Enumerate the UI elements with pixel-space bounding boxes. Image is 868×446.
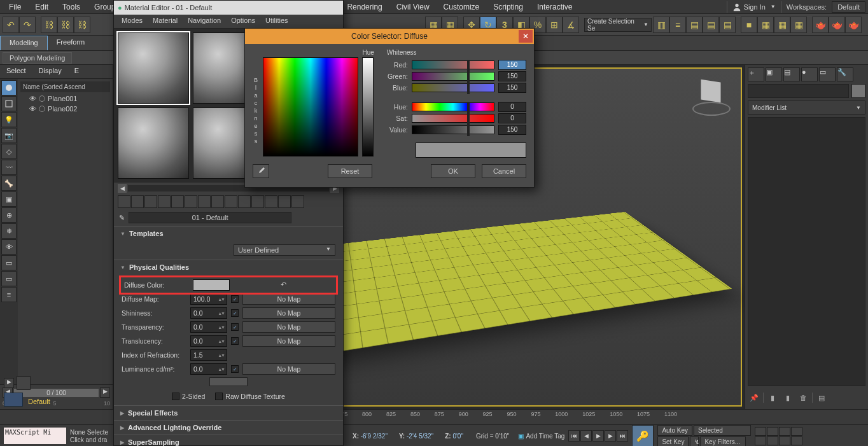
me-tb-14[interactable] xyxy=(291,195,304,208)
me-tb-11[interactable] xyxy=(251,195,264,208)
whiteness-slider[interactable] xyxy=(362,57,374,157)
me-tb-2[interactable] xyxy=(131,195,144,208)
me-menu-utilities[interactable]: Utilities xyxy=(260,15,293,28)
translucency-map-button[interactable]: No Map xyxy=(242,335,335,347)
mat-editor-button[interactable]: ■ xyxy=(741,17,757,33)
transparency-map-button[interactable]: No Map xyxy=(242,321,335,333)
red-slider[interactable] xyxy=(412,60,494,69)
material-slot-4[interactable] xyxy=(118,108,189,179)
filter-helper-icon[interactable]: ◇ xyxy=(1,144,17,159)
material-editor-titlebar[interactable]: ● Material Editor - 01 - Default xyxy=(114,1,343,15)
close-button[interactable]: ✕ xyxy=(519,30,533,43)
nav-5[interactable] xyxy=(755,436,766,445)
menu-edit[interactable]: Edit xyxy=(29,1,55,13)
diffuse-map-button[interactable]: No Map xyxy=(242,293,335,305)
filter-group-icon[interactable]: ▣ xyxy=(1,192,17,207)
ior-spinner[interactable]: 1.5▲▼ xyxy=(190,349,227,361)
rollup-special[interactable]: Special Effects xyxy=(114,406,343,420)
eyedropper-button[interactable] xyxy=(253,164,269,178)
me-tb-13[interactable] xyxy=(278,195,291,208)
scene-tab-edit[interactable]: E xyxy=(68,65,85,78)
menu-interactive[interactable]: Interactive xyxy=(531,1,578,13)
autokey-button[interactable]: Auto Key xyxy=(657,425,692,436)
add-time-tag[interactable]: ▣Add Time Tag xyxy=(518,433,564,440)
slot-scroll-left[interactable]: ◀ xyxy=(118,184,127,193)
red-spinner[interactable]: 150 xyxy=(498,60,526,70)
play-button[interactable]: ▶ xyxy=(592,430,604,442)
material-slot-1[interactable] xyxy=(118,32,189,104)
link-button[interactable]: ⛓ xyxy=(41,17,57,33)
remove-mod-icon[interactable]: 🗑 xyxy=(797,391,809,404)
object-color-swatch[interactable] xyxy=(851,84,865,98)
motion-panel-icon[interactable]: ● xyxy=(801,67,818,81)
mirror-button[interactable]: ▥ xyxy=(653,17,669,33)
menu-tools[interactable]: Tools xyxy=(56,1,87,13)
translucency-spinner[interactable]: 0.0▲▼ xyxy=(190,335,227,347)
filter-bone-icon[interactable]: 🦴 xyxy=(1,176,17,191)
workspaces-dropdown[interactable]: Default xyxy=(832,1,865,13)
diffuse-color-swatch[interactable] xyxy=(193,279,230,291)
maxscript-listener[interactable]: MAXScript Mi xyxy=(4,428,66,444)
layers-button[interactable]: ▤ xyxy=(686,17,703,33)
set-key-big-button[interactable]: 🔑 xyxy=(632,425,654,446)
show-result-icon[interactable]: ▮ xyxy=(766,391,779,404)
ribbon-tab-freeform[interactable]: Freeform xyxy=(48,36,94,50)
transparency-spinner[interactable]: 0.0▲▼ xyxy=(190,321,227,333)
me-tb-7[interactable] xyxy=(198,195,211,208)
menu-scripting[interactable]: Scripting xyxy=(487,1,529,13)
polygon-modeling-chip[interactable]: Polygon Modeling xyxy=(3,52,72,64)
prev-frame-button[interactable]: ◀ xyxy=(580,430,592,442)
me-tb-12[interactable] xyxy=(265,195,277,208)
raw-diffuse-check[interactable]: Raw Diffuse Texture xyxy=(215,393,285,400)
sat-slider[interactable] xyxy=(412,114,494,123)
nav-4[interactable] xyxy=(791,427,802,436)
scene-column-header[interactable]: Name (Sorted Ascend xyxy=(20,81,110,92)
ribbon-tab-modeling[interactable]: Modeling xyxy=(0,36,48,50)
redo-button[interactable]: ↷ xyxy=(19,17,36,33)
me-tb-5[interactable] xyxy=(171,195,184,208)
cancel-button[interactable]: Cancel xyxy=(482,164,526,178)
freeze-icon[interactable] xyxy=(39,106,45,112)
filter-r3-icon[interactable]: ≡ xyxy=(1,287,17,302)
filter-icon[interactable] xyxy=(17,376,31,390)
modifier-stack[interactable] xyxy=(748,117,865,386)
diffuse-map-check[interactable]: ✓ xyxy=(231,295,239,303)
sat-spinner[interactable]: 0 xyxy=(498,113,526,123)
keyfilters-button[interactable]: Key Filters... xyxy=(700,436,746,447)
curve-editor-button[interactable]: ▤ xyxy=(703,17,719,33)
filter-shape-icon[interactable] xyxy=(1,96,17,111)
transparency-check[interactable]: ✓ xyxy=(231,323,239,331)
nav-2[interactable] xyxy=(767,427,778,436)
green-slider[interactable] xyxy=(412,72,494,81)
filter-r2-icon[interactable]: ▭ xyxy=(1,271,17,286)
hue-picker[interactable] xyxy=(263,57,358,157)
me-tb-8[interactable] xyxy=(211,195,224,208)
diffuse-color-undo[interactable]: ↶ xyxy=(234,279,333,291)
material-name-field[interactable]: 01 - Default xyxy=(129,212,291,223)
teapot-button[interactable]: 🫖 xyxy=(812,17,829,33)
utilities-panel-icon[interactable]: 🔧 xyxy=(837,67,853,81)
hue-spinner[interactable]: 0 xyxy=(498,102,526,112)
modifier-list-dropdown[interactable]: Modifier List▼ xyxy=(748,101,865,115)
configure-icon[interactable]: ▤ xyxy=(815,391,828,404)
trackbar-next[interactable]: ▶ xyxy=(100,387,110,398)
me-tb-3[interactable] xyxy=(144,195,157,208)
me-tb-1[interactable] xyxy=(118,195,130,208)
next-frame-button[interactable]: ▶ xyxy=(605,430,616,442)
value-slider[interactable] xyxy=(412,125,494,134)
filter-frozen-icon[interactable]: ❄ xyxy=(1,223,17,239)
ok-button[interactable]: OK xyxy=(431,164,475,178)
snap-tool[interactable]: ⊞ xyxy=(546,17,563,33)
nav-6[interactable] xyxy=(767,436,778,445)
luminance-spinner[interactable]: 0.0▲▼ xyxy=(190,363,227,375)
mini-track[interactable] xyxy=(4,393,23,407)
me-tb-10[interactable] xyxy=(238,195,251,208)
rollup-physical[interactable]: Physical Qualities xyxy=(114,260,343,274)
render-setup-button[interactable]: ▦ xyxy=(757,17,774,33)
teapot2-button[interactable]: 🫖 xyxy=(829,17,845,33)
trackbar-toggle[interactable]: ▶ xyxy=(4,378,14,388)
setkey-button[interactable]: Set Key xyxy=(657,436,689,447)
nav-7[interactable] xyxy=(779,436,790,445)
angle-tool[interactable]: ∡ xyxy=(563,17,579,33)
nav-8[interactable] xyxy=(791,436,802,445)
